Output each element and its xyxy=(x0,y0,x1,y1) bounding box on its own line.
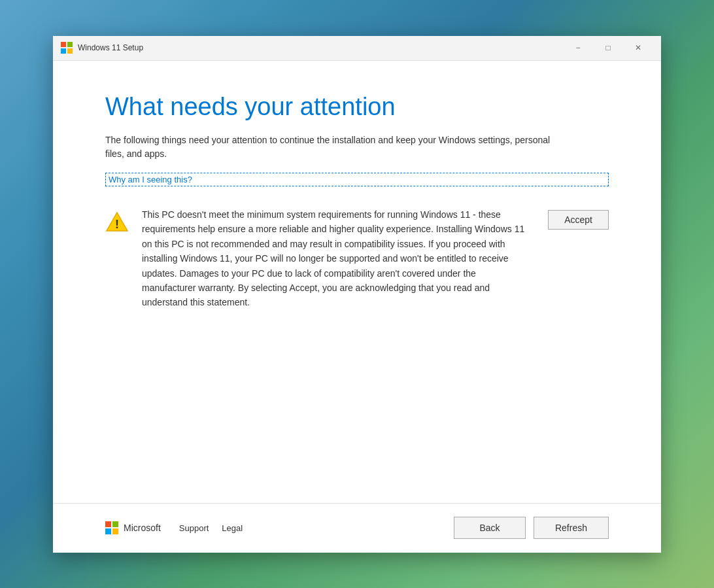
page-title: What needs your attention xyxy=(105,92,609,122)
maximize-button[interactable]: □ xyxy=(593,38,623,58)
warning-row: ! This PC doesn't meet the minimum syste… xyxy=(105,207,609,310)
window-controls: − □ ✕ xyxy=(563,38,653,58)
title-bar: Windows 11 Setup − □ ✕ xyxy=(53,36,661,61)
svg-rect-0 xyxy=(61,42,66,47)
refresh-button[interactable]: Refresh xyxy=(534,517,609,539)
ms-grid-br xyxy=(112,528,118,534)
setup-window: Windows 11 Setup − □ ✕ What needs your a… xyxy=(53,36,661,553)
accept-button[interactable]: Accept xyxy=(548,210,609,230)
warning-text: This PC doesn't meet the minimum system … xyxy=(142,207,530,310)
main-content: What needs your attention The following … xyxy=(53,61,661,503)
microsoft-label: Microsoft xyxy=(124,523,161,533)
minimize-button[interactable]: − xyxy=(563,38,593,58)
microsoft-logo: Microsoft xyxy=(105,521,161,534)
subtitle-text: The following things need your attention… xyxy=(105,133,563,161)
ms-grid-tl xyxy=(105,521,111,527)
close-button[interactable]: ✕ xyxy=(623,38,653,58)
ms-grid-tr xyxy=(112,521,118,527)
ms-grid-icon xyxy=(105,521,118,534)
help-link[interactable]: Why am I seeing this? xyxy=(105,173,609,186)
svg-rect-3 xyxy=(67,48,73,54)
svg-rect-1 xyxy=(67,42,73,47)
legal-link[interactable]: Legal xyxy=(222,523,243,533)
svg-rect-2 xyxy=(61,48,66,54)
ms-grid-bl xyxy=(105,528,111,534)
support-link[interactable]: Support xyxy=(179,523,209,533)
back-button[interactable]: Back xyxy=(454,517,526,539)
footer: Microsoft Support Legal Back Refresh xyxy=(53,503,661,553)
app-icon xyxy=(61,42,73,54)
warning-icon: ! xyxy=(105,210,129,233)
svg-text:!: ! xyxy=(115,218,119,231)
window-title: Windows 11 Setup xyxy=(78,43,563,52)
warning-section: ! This PC doesn't meet the minimum syste… xyxy=(105,207,530,310)
